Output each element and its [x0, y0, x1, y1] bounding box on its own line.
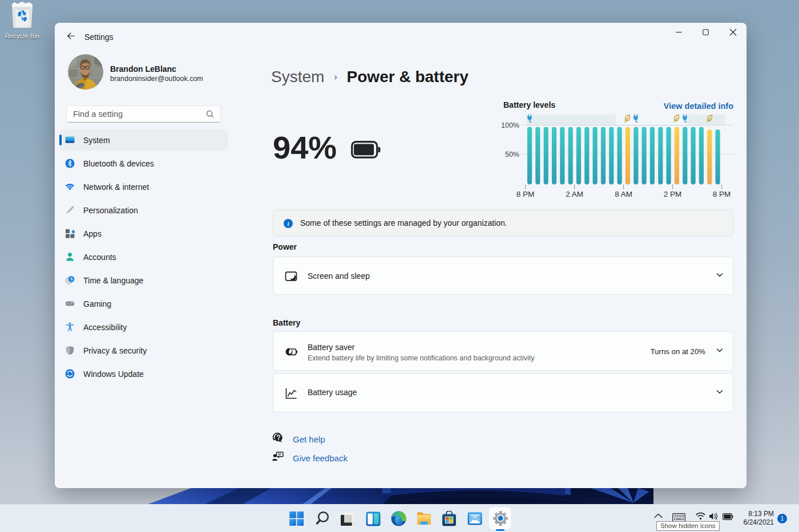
- svg-text:8 PM: 8 PM: [516, 190, 535, 198]
- svg-text:2 PM: 2 PM: [664, 190, 682, 198]
- svg-text:100%: 100%: [501, 121, 519, 129]
- svg-text:8 PM: 8 PM: [713, 190, 731, 198]
- svg-text:50%: 50%: [505, 151, 519, 159]
- svg-text:2 AM: 2 AM: [566, 190, 583, 198]
- svg-text:8 AM: 8 AM: [615, 190, 632, 198]
